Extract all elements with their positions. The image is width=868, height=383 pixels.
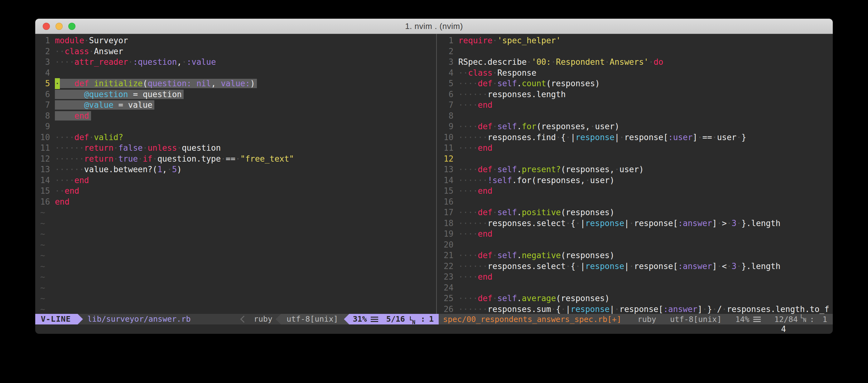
code-token: 'spec_helper'	[497, 36, 561, 45]
code-token: ·	[585, 176, 590, 185]
code-token: true	[118, 154, 138, 164]
line-text: ··class·Answer	[55, 47, 123, 56]
code-line[interactable]: 15····end	[444, 185, 833, 197]
code-token: ······	[458, 218, 488, 228]
code-line[interactable]: 3····attr_reader·:question,·:value	[40, 57, 434, 68]
code-line[interactable]: 9····def·self.for(responses,·user)	[444, 121, 833, 132]
code-line[interactable]: 8	[444, 110, 833, 121]
line-text: ····def·self.for(responses,·user)	[458, 122, 620, 131]
code-line[interactable]: 13······value.between?(1,·5)	[40, 164, 434, 175]
code-line[interactable]: 1require·'spec_helper'	[444, 35, 833, 46]
code-line[interactable]: 8 end	[40, 110, 434, 121]
code-token: ]	[712, 262, 717, 271]
code-line[interactable]: 6 @question = question	[40, 89, 434, 100]
code-line[interactable]: 4··class·Response	[444, 68, 833, 78]
code-token: module	[55, 36, 84, 45]
code-token: end	[478, 229, 493, 239]
code-line[interactable]: 25····def·self.average(responses)	[444, 293, 833, 304]
code-line[interactable]: 20	[444, 239, 833, 250]
code-token: present?	[522, 165, 561, 174]
code-token: Response	[497, 68, 536, 77]
code-token: (responses,	[561, 165, 615, 174]
code-token: ·	[561, 305, 566, 314]
code-line[interactable]: 17····def·self.positive(responses)	[444, 207, 833, 218]
code-token: ·	[620, 133, 624, 142]
powerline-arrow-icon	[276, 314, 281, 324]
code-line[interactable]: 22······responses.select·{·|response|·re…	[444, 261, 833, 272]
code-token: ····	[55, 57, 74, 67]
code-line[interactable]: 11····end	[444, 143, 833, 153]
code-line[interactable]: 26······responses.sum·{·|response|·respo…	[444, 304, 833, 314]
editor-pane-right[interactable]: 1require·'spec_helper'23RSpec.describe·'…	[439, 34, 833, 314]
buffer-answer-rb[interactable]: 1module·Surveyor2··class·Answer3····attr…	[40, 35, 434, 314]
code-line[interactable]: 1module·Surveyor	[40, 35, 434, 46]
code-token: ····	[458, 186, 478, 196]
code-line[interactable]: 10······responses.find·{·|response|·resp…	[444, 132, 833, 143]
code-line[interactable]: 5· def initialize(question: nil, value:)	[40, 78, 434, 89]
line-text: ······responses.select·{·|response|·resp…	[458, 262, 780, 271]
buffer-spec-rb[interactable]: 1require·'spec_helper'23RSpec.describe·'…	[444, 35, 833, 314]
vertical-split-divider[interactable]	[434, 34, 439, 314]
code-token: ·	[551, 57, 556, 67]
code-token: ·	[89, 47, 94, 56]
code-line[interactable]: 4	[40, 68, 434, 78]
editor-pane-left[interactable]: 1module·Surveyor2··class·Answer3····attr…	[35, 34, 434, 314]
code-line[interactable]: 9	[40, 121, 434, 132]
code-line[interactable]: 24	[444, 282, 833, 293]
code-token: (responses)	[561, 208, 615, 217]
code-line[interactable]: 5····def·self.count(responses)	[444, 78, 833, 89]
code-token: initialize	[94, 79, 143, 88]
code-line[interactable]: 18······responses.select·{·|response|·re…	[444, 218, 833, 229]
code-line[interactable]: 13····def·self.present?(responses,·user)	[444, 164, 833, 175]
code-line[interactable]: 2··class·Answer	[40, 46, 434, 57]
code-token: ·	[565, 218, 570, 228]
code-line[interactable]: 16	[444, 197, 833, 207]
code-token: end	[74, 111, 89, 120]
code-line[interactable]: 6······responses.length	[444, 89, 833, 100]
code-line[interactable]: 7····end	[444, 100, 833, 110]
code-line[interactable]: 2	[444, 46, 833, 57]
empty-buffer-line: ~	[40, 272, 434, 282]
code-line[interactable]: 21····def·self.negative(responses)	[444, 250, 833, 261]
code-line[interactable]: 3RSpec.describe·'00:·Respondent·Answers'…	[444, 57, 833, 68]
code-line[interactable]: 15··end	[40, 185, 434, 197]
code-token: ]	[712, 218, 717, 228]
code-line[interactable]: 23····end	[444, 272, 833, 282]
code-token: def	[478, 79, 493, 88]
code-token: responses.length	[488, 90, 565, 99]
close-button[interactable]	[43, 23, 50, 30]
code-line[interactable]: 19····end	[444, 229, 833, 239]
maximize-button[interactable]	[68, 23, 75, 30]
code-line[interactable]: 16end	[40, 197, 434, 207]
minimize-button[interactable]	[56, 23, 63, 30]
code-token: ·	[84, 36, 89, 45]
line-number: 11	[444, 143, 453, 153]
line-text: ······value.between?(1,·5)	[55, 165, 182, 174]
code-line[interactable]: 7 @value = value	[40, 100, 434, 110]
code-line[interactable]: 12······return·true·if·question.type·==·…	[40, 153, 434, 165]
code-line[interactable]: 12	[444, 153, 833, 165]
line-text: ··class·Response	[458, 68, 536, 77]
code-token: ·	[565, 262, 570, 271]
code-token: '00:	[532, 57, 551, 67]
code-token: 3	[732, 218, 737, 228]
cursor: ·	[55, 78, 60, 89]
code-token: {	[556, 305, 561, 314]
code-token: ·	[221, 154, 226, 164]
code-token: if	[143, 154, 152, 164]
code-line[interactable]: 11······return·false·unless·question	[40, 143, 434, 153]
line-number: 17	[444, 207, 453, 218]
line-text: ····def·valid?	[55, 133, 123, 142]
code-line[interactable]: 14······!self.for(responses,·user)	[444, 175, 833, 186]
code-line[interactable]: 14····end	[40, 175, 434, 186]
code-token: value:	[221, 79, 250, 88]
line-number: 19	[444, 229, 453, 239]
code-token: !self	[488, 176, 512, 185]
code-token: ····	[458, 272, 478, 281]
code-token: response	[570, 305, 610, 314]
code-token: ·	[605, 57, 610, 67]
code-token: ····	[55, 133, 74, 142]
code-token: def	[478, 122, 493, 131]
code-token: response	[576, 133, 615, 142]
code-line[interactable]: 10····def·valid?	[40, 132, 434, 143]
